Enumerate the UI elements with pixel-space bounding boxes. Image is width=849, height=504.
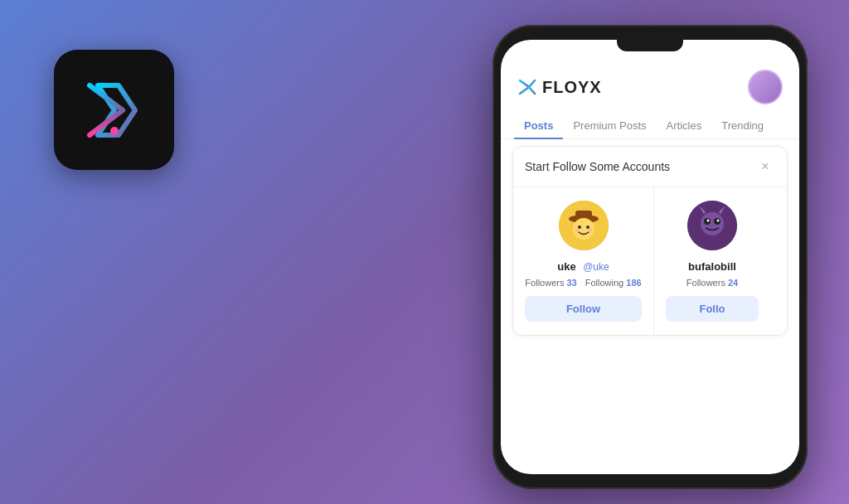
user-cards-container: uke @uke Followers 33 Following 186 Foll… <box>513 187 787 335</box>
uke-following-count: 186 <box>626 278 641 288</box>
follow-section-title: Start Follow Some Accounts <box>525 160 670 173</box>
svg-point-13 <box>586 225 589 229</box>
user-name-bufalobill: bufalobill <box>666 259 759 274</box>
floyx-brand: FLOYX <box>517 77 602 97</box>
svg-point-21 <box>717 220 720 222</box>
tab-trending[interactable]: Trending <box>711 113 774 138</box>
svg-line-7 <box>529 87 535 94</box>
bufalobill-avatar-image <box>687 201 737 250</box>
bufalobill-username: bufalobill <box>688 260 736 273</box>
bufalobill-stats: Followers 24 <box>666 278 759 288</box>
follow-section: Start Follow Some Accounts × <box>512 146 788 336</box>
uke-following-label: Following 186 <box>585 278 642 288</box>
uke-followers-count: 33 <box>566 278 576 288</box>
floyx-brand-icon <box>517 77 537 97</box>
svg-line-1 <box>90 85 123 110</box>
tab-articles[interactable]: Articles <box>657 113 712 138</box>
follow-uke-button[interactable]: Follow <box>525 296 642 322</box>
follow-header: Start Follow Some Accounts × <box>513 147 787 187</box>
tab-bar: Posts Premium Posts Articles Trending <box>501 113 799 139</box>
user-name-uke: uke @uke <box>525 259 642 274</box>
svg-point-12 <box>578 225 581 229</box>
user-card-uke: uke @uke Followers 33 Following 186 Foll… <box>513 187 654 335</box>
user-cards-row: uke @uke Followers 33 Following 186 Foll… <box>513 187 787 335</box>
svg-point-14 <box>575 229 579 233</box>
uke-followers-label: Followers 33 <box>525 278 576 288</box>
tab-premium-posts[interactable]: Premium Posts <box>563 113 656 138</box>
svg-line-5 <box>520 87 529 94</box>
app-content: FLOYX Posts Premium Posts Articles Trend… <box>501 40 799 474</box>
uke-avatar-image <box>559 201 609 250</box>
svg-line-6 <box>529 80 535 87</box>
bufalobill-followers-count: 24 <box>728 278 738 288</box>
phone-body: FLOYX Posts Premium Posts Articles Trend… <box>492 25 808 489</box>
logo-icon <box>73 69 156 152</box>
phone-screen: FLOYX Posts Premium Posts Articles Trend… <box>501 40 799 474</box>
follow-bufalobill-button[interactable]: Follo <box>666 296 759 322</box>
svg-point-3 <box>110 127 119 135</box>
avatar-bufalobill <box>687 201 737 250</box>
avatar-uke <box>559 201 609 250</box>
user-card-bufalobill: bufalobill Followers 24 Follo <box>654 187 770 335</box>
uke-stats: Followers 33 Following 186 <box>525 278 642 288</box>
svg-point-20 <box>707 220 710 222</box>
app-header: FLOYX <box>501 56 799 113</box>
svg-point-15 <box>588 229 592 233</box>
floyx-brand-name: FLOYX <box>542 78 602 97</box>
uke-handle: @uke <box>583 261 609 273</box>
app-logo-box <box>54 50 174 170</box>
phone-mockup: FLOYX Posts Premium Posts Articles Trend… <box>476 17 824 497</box>
svg-point-17 <box>701 212 724 235</box>
uke-username: uke <box>557 260 575 273</box>
tab-posts[interactable]: Posts <box>514 113 563 138</box>
bufalobill-followers-label: Followers 24 <box>686 278 738 288</box>
svg-line-4 <box>520 80 529 87</box>
close-follow-section-button[interactable]: × <box>755 157 775 177</box>
phone-notch <box>617 40 683 51</box>
user-avatar[interactable] <box>748 70 783 104</box>
